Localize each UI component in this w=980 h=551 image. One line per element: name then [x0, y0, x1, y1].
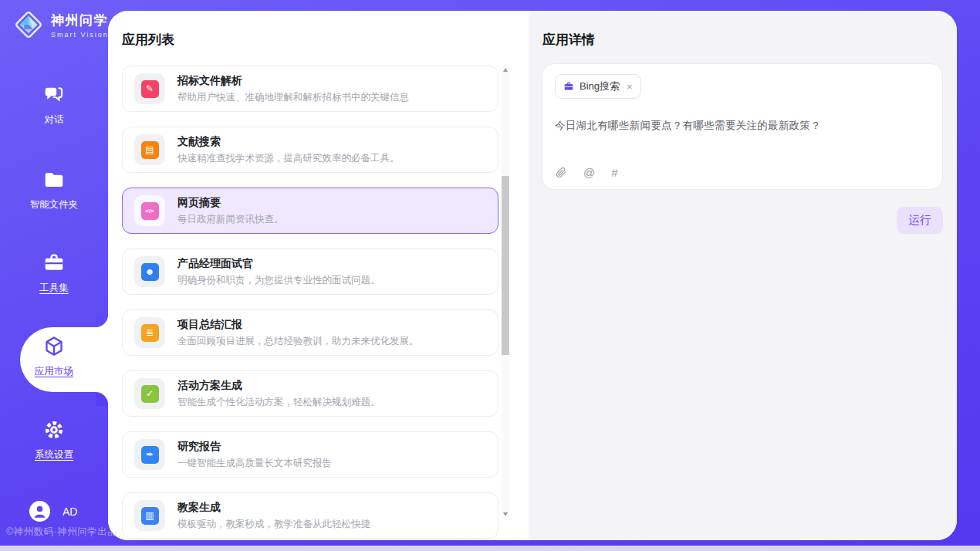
- app-card-text: 招标文件解析帮助用户快速、准确地理解和解析招标书中的关键信息: [177, 74, 409, 104]
- app-card-research-report[interactable]: ✒研究报告一键智能生成高质量长文本研究报告: [122, 431, 498, 478]
- web-code-icon: </>: [141, 202, 159, 220]
- books-icon: ▥: [141, 507, 159, 525]
- app-card-title: 教案生成: [177, 501, 370, 515]
- app-card-desc: 快速精准查找学术资源，提高研究效率的必备工具。: [177, 152, 400, 165]
- app-card-title: 招标文件解析: [177, 74, 409, 88]
- app-card-text: 项目总结汇报全面回顾项目进展，总结经验教训，助力未来优化发展。: [177, 318, 419, 348]
- app-card-desc: 模板驱动，教案秒成，教学准备从此轻松快捷: [177, 518, 370, 531]
- brand-tagline: Smart Vision: [51, 31, 109, 39]
- app-card-desc: 智能生成个性化活动方案，轻松解决规划难题。: [177, 396, 380, 409]
- edit-doc-icon: ✎: [141, 80, 159, 98]
- app-icon-box: ▥: [134, 500, 165, 531]
- app-card-literature-search[interactable]: ▤文献搜索快速精准查找学术资源，提高研究效率的必备工具。: [122, 127, 498, 173]
- active-nav-curve-top: [96, 313, 108, 327]
- sidebar-item-label: 系统设置: [0, 448, 108, 461]
- app-detail-panel: 应用详情 Bing搜索 × 今日湖北有哪些新闻要点？有哪些需要关注的最新政策？: [529, 11, 957, 540]
- mention-icon[interactable]: @: [583, 166, 595, 179]
- scrollbar-thumb[interactable]: [502, 176, 509, 355]
- app-card-desc: 全面回顾项目进展，总结经验教训，助力未来优化发展。: [177, 335, 419, 348]
- app-card-desc: 一键智能生成高质量长文本研究报告: [177, 457, 332, 470]
- app-card-event-plan[interactable]: ✓活动方案生成智能生成个性化活动方案，轻松解决规划难题。: [122, 370, 498, 417]
- note-icon: ≣: [141, 324, 159, 342]
- scrollbar-down-arrow-icon[interactable]: [502, 509, 509, 519]
- app-card-text: 研究报告一键智能生成高质量长文本研究报告: [177, 440, 332, 470]
- sidebar-item-smart-folder[interactable]: 智能文件夹: [0, 168, 108, 211]
- main-container: 应用列表 ✎招标文件解析帮助用户快速、准确地理解和解析招标书中的关键信息▤文献搜…: [108, 11, 957, 540]
- app-card-title: 研究报告: [177, 440, 332, 454]
- app-card-text: 产品经理面试官明确身份和职责，为您提供专业性的面试问题。: [177, 257, 380, 287]
- app-card-pm-interviewer[interactable]: ☻产品经理面试官明确身份和职责，为您提供专业性的面试问题。: [122, 248, 498, 295]
- attachment-toolbar: @ #: [556, 166, 618, 179]
- sidebar-item-label: 工具集: [0, 282, 108, 295]
- app-card-web-summary[interactable]: </>网页摘要每日政府新闻资讯快查。: [122, 188, 498, 234]
- brand-logo: 神州问学 Smart Vision: [12, 8, 109, 41]
- sidebar-item-label: 对话: [0, 113, 108, 127]
- brand-name: 神州问学: [51, 12, 109, 29]
- brand-diamond-icon: [12, 8, 45, 41]
- app-card-text: 文献搜索快速精准查找学术资源，提高研究效率的必备工具。: [177, 135, 400, 165]
- app-card-project-summary[interactable]: ≣项目总结汇报全面回顾项目进展，总结经验教训，助力未来优化发展。: [122, 309, 498, 356]
- app-card-desc: 明确身份和职责，为您提供专业性的面试问题。: [177, 274, 380, 287]
- tag-close-icon[interactable]: ×: [627, 81, 633, 93]
- app-icon-box: ✓: [134, 378, 165, 409]
- app-icon-box: ✒: [134, 439, 165, 470]
- paperclip-icon[interactable]: [556, 166, 567, 179]
- app-card-text: 网页摘要每日政府新闻资讯快查。: [177, 196, 284, 226]
- app-card-title: 活动方案生成: [177, 379, 380, 393]
- app-icon-box: ☻: [134, 256, 165, 287]
- app-card-bid-doc-parse[interactable]: ✎招标文件解析帮助用户快速、准确地理解和解析招标书中的关键信息: [122, 66, 498, 112]
- scrollbar[interactable]: [502, 65, 509, 519]
- user-initials: AD: [63, 505, 77, 518]
- app-icon-box: ▤: [134, 134, 165, 165]
- clipboard-check-icon: ✓: [141, 385, 159, 403]
- app-card-title: 文献搜索: [177, 135, 400, 149]
- interviewer-icon: ☻: [141, 263, 159, 281]
- app-list-panel: 应用列表 ✎招标文件解析帮助用户快速、准确地理解和解析招标书中的关键信息▤文献搜…: [108, 11, 529, 540]
- sidebar-item-system-settings[interactable]: 系统设置: [0, 418, 108, 461]
- app-icon-box: ✎: [134, 73, 165, 104]
- run-button[interactable]: 运行: [897, 207, 943, 234]
- briefcase-icon: [563, 81, 574, 92]
- app-card-title: 网页摘要: [177, 196, 284, 210]
- gear-icon: [42, 418, 66, 441]
- book-icon: ▤: [141, 141, 159, 159]
- sidebar-item-label: 智能文件夹: [0, 198, 108, 211]
- app-list-title: 应用列表: [122, 31, 174, 49]
- sidebar-item-toolset[interactable]: 工具集: [0, 252, 108, 295]
- app-card-desc: 帮助用户快速、准确地理解和解析招标书中的关键信息: [177, 91, 409, 104]
- cube-icon: [42, 335, 66, 358]
- folder-icon: [42, 168, 66, 191]
- active-nav-curve-bottom: [96, 392, 108, 406]
- hashtag-icon[interactable]: #: [611, 166, 617, 179]
- prompt-card[interactable]: Bing搜索 × 今日湖北有哪些新闻要点？有哪些需要关注的最新政策？ @ #: [542, 63, 943, 190]
- sidebar-item-chat[interactable]: 对话: [0, 83, 108, 127]
- app-list: ✎招标文件解析帮助用户快速、准确地理解和解析招标书中的关键信息▤文献搜索快速精准…: [122, 66, 498, 540]
- app-card-title: 产品经理面试官: [177, 257, 380, 271]
- prompt-text[interactable]: 今日湖北有哪些新闻要点？有哪些需要关注的最新政策？: [555, 119, 930, 133]
- app-icon-box: </>: [134, 195, 165, 226]
- scrollbar-up-arrow-icon[interactable]: [502, 65, 509, 74]
- tool-tag[interactable]: Bing搜索 ×: [555, 74, 641, 99]
- person-icon: [29, 501, 50, 522]
- chat-icon: [42, 83, 66, 106]
- app-card-desc: 每日政府新闻资讯快查。: [177, 213, 284, 226]
- brand-text: 神州问学 Smart Vision: [51, 12, 109, 39]
- app-card-text: 活动方案生成智能生成个性化活动方案，轻松解决规划难题。: [177, 379, 380, 409]
- app-card-text: 教案生成模板驱动，教案秒成，教学准备从此轻松快捷: [177, 501, 370, 531]
- app-card-title: 项目总结汇报: [177, 318, 419, 332]
- avatar[interactable]: [29, 501, 50, 522]
- toolbox-icon: [42, 252, 66, 275]
- app-icon-box: ≣: [134, 317, 165, 348]
- app-detail-title: 应用详情: [542, 31, 595, 49]
- app-window: 神州问学 Smart Vision 对话智能文件夹工具集应用市场系统设置 AD …: [0, 0, 980, 546]
- user-account[interactable]: AD: [29, 501, 77, 522]
- tool-tag-label: Bing搜索: [580, 79, 620, 93]
- sidebar-item-app-market[interactable]: 应用市场: [0, 335, 108, 378]
- sidebar-item-label: 应用市场: [0, 365, 108, 378]
- copyright-note: ©神州数码·神州问学出品: [6, 526, 117, 539]
- app-card-lesson-plan[interactable]: ▥教案生成模板驱动，教案秒成，教学准备从此轻松快捷: [122, 492, 498, 539]
- pen-ink-icon: ✒: [141, 446, 159, 464]
